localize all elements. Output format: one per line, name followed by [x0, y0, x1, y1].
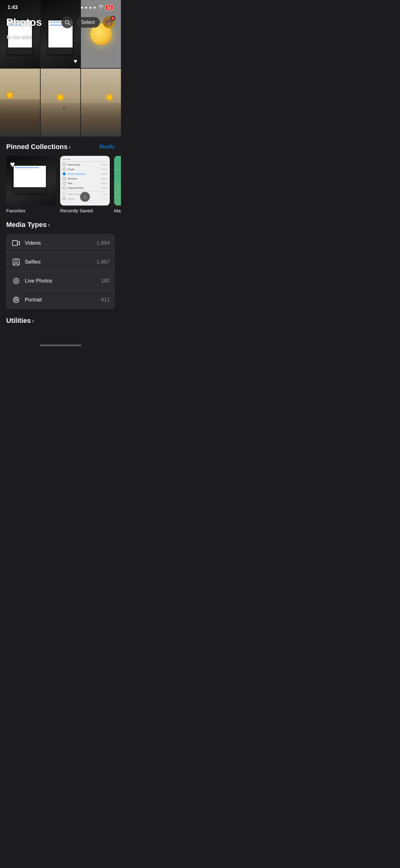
chevron-right-icon: ›	[32, 318, 34, 324]
media-count: 811	[101, 297, 110, 303]
media-item-videos[interactable]: Videos 1,894	[6, 234, 115, 253]
pinned-collections-section: Pinned Collections › Modify	[0, 143, 121, 221]
media-name: Live Photos	[25, 278, 101, 284]
home-indicator	[0, 342, 121, 351]
svg-point-16	[15, 298, 17, 300]
collections-scroll[interactable]: ♥ Favorites your view. Recent Days	[0, 156, 121, 221]
select-button[interactable]: Select	[76, 17, 100, 28]
media-count: 1,894	[96, 240, 110, 246]
svg-rect-9	[12, 241, 18, 246]
media-item-selfies[interactable]: Selfies 1,967	[6, 253, 115, 272]
collection-recently-saved[interactable]: your view. Recent Days People	[60, 156, 110, 213]
portrait-icon	[11, 295, 21, 305]
media-name: Selfies	[25, 259, 96, 265]
search-button[interactable]	[61, 17, 73, 28]
status-icons: ■ ■ ■ ■ 11	[81, 5, 113, 10]
download-icon: ↓	[80, 192, 90, 202]
pinned-collections-header: Pinned Collections › Modify	[0, 143, 121, 156]
date-label: 16 Oct 2024	[6, 34, 32, 39]
svg-point-18	[18, 300, 18, 300]
photo-grid-section: ♥ 𝓬 Ph	[0, 0, 121, 136]
collection-favorites[interactable]: ♥ Favorites	[6, 156, 56, 213]
collection-label: Recently Saved	[60, 208, 110, 213]
notification-count: !	[112, 17, 113, 20]
heart-icon: ♥	[73, 58, 77, 65]
photo-cell[interactable]: 𝓬	[41, 69, 80, 136]
photo-cell[interactable]	[81, 69, 121, 136]
signal-icon: ■ ■ ■ ■	[81, 6, 96, 9]
header-actions: Select 🐻 !	[61, 17, 115, 28]
video-icon	[11, 238, 21, 248]
media-types-title: Media Types ›	[6, 221, 49, 229]
avatar-button[interactable]: 🐻 !	[103, 17, 115, 28]
collection-label: Favorites	[6, 208, 56, 213]
media-types-section: Media Types › Videos 1,894	[0, 221, 121, 317]
media-types-header[interactable]: Media Types ›	[6, 221, 115, 229]
utilities-title[interactable]: Utilities ›	[6, 317, 115, 325]
map-thumbnail: Karachi	[114, 156, 121, 206]
status-time: 1:43	[7, 4, 18, 10]
modify-button[interactable]: Modify	[99, 144, 115, 150]
bottom-sheet: Pinned Collections › Modify	[0, 136, 121, 351]
favorites-thumbnail: ♥	[6, 156, 56, 206]
recently-saved-thumbnail: your view. Recent Days People	[60, 156, 110, 206]
media-name: Videos	[25, 240, 96, 246]
svg-rect-4	[114, 181, 121, 206]
map-roads-svg	[114, 156, 121, 206]
chevron-right-icon: ›	[69, 144, 71, 150]
media-item-live-photos[interactable]: Live Photos 180	[6, 272, 115, 290]
notification-badge: !	[110, 16, 115, 21]
collection-map[interactable]: Karachi Map	[114, 156, 121, 213]
battery-indicator: 11	[105, 5, 113, 10]
selfie-icon	[11, 257, 21, 267]
svg-line-1	[68, 23, 70, 25]
media-name: Portrait	[25, 297, 101, 303]
pinned-collections-title[interactable]: Pinned Collections ›	[6, 143, 71, 151]
status-bar: 1:43 ■ ■ ■ ■ 11	[0, 0, 121, 13]
collection-label: Map	[114, 208, 121, 213]
home-bar	[40, 345, 81, 346]
utilities-section: Utilities ›	[0, 317, 121, 342]
chevron-right-icon: ›	[48, 222, 49, 228]
svg-point-14	[16, 281, 17, 282]
media-item-portrait[interactable]: Portrait 811	[6, 290, 115, 309]
live-photos-icon	[11, 276, 21, 286]
wifi-icon	[98, 5, 104, 10]
page-title: Photos	[6, 16, 42, 28]
media-types-list: Videos 1,894 Selfies 1,967	[6, 234, 115, 309]
search-icon	[65, 20, 70, 25]
heart-icon: ♥	[10, 160, 15, 169]
svg-point-17	[14, 300, 15, 300]
photo-cell[interactable]	[0, 69, 40, 136]
media-count: 180	[101, 278, 110, 284]
media-count: 1,967	[96, 259, 110, 265]
svg-point-11	[15, 260, 18, 262]
